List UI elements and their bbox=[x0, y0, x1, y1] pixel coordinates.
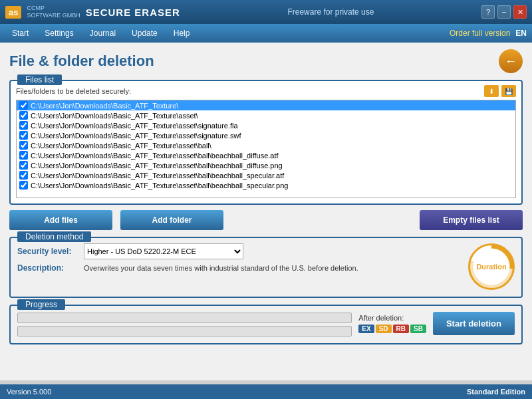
close-button[interactable]: ✕ bbox=[513, 5, 527, 19]
file-path: C:\Users\Jon\Downloads\Basic_ATF_Texture… bbox=[31, 162, 283, 170]
title-bar: as CCMPSOFTWARE GMBH SECURE ERASER Freew… bbox=[0, 0, 532, 24]
files-list[interactable]: C:\Users\Jon\Downloads\Basic_ATF_Texture… bbox=[16, 100, 516, 198]
file-checkbox[interactable] bbox=[19, 121, 28, 130]
menu-update[interactable]: Update bbox=[125, 27, 164, 40]
badge-sb: SB bbox=[410, 325, 426, 333]
file-item[interactable]: C:\Users\Jon\Downloads\Basic_ATF_Texture… bbox=[17, 160, 515, 170]
after-deletion: After deletion: EX SD RB SB bbox=[358, 314, 426, 333]
title-bar-left: as CCMPSOFTWARE GMBH SECURE ERASER bbox=[5, 5, 180, 19]
progress-bar-1 bbox=[17, 313, 352, 323]
order-full-link[interactable]: Order full version bbox=[450, 29, 510, 38]
deletion-section-title: Deletion method bbox=[17, 231, 91, 242]
badge-rb: RB bbox=[393, 325, 409, 333]
window-controls: ? − ✕ bbox=[481, 5, 527, 19]
main-content: File & folder deletion ← Files list File… bbox=[0, 43, 532, 380]
file-checkbox[interactable] bbox=[19, 111, 28, 120]
file-checkbox[interactable] bbox=[19, 161, 28, 170]
file-checkbox[interactable] bbox=[19, 181, 28, 190]
progress-section-title: Progress bbox=[17, 299, 65, 310]
file-item[interactable]: C:\Users\Jon\Downloads\Basic_ATF_Texture… bbox=[17, 120, 515, 130]
language-selector[interactable]: EN bbox=[515, 29, 527, 38]
app-title: SECURE ERASER bbox=[86, 7, 180, 18]
after-deletion-badges: EX SD RB SB bbox=[358, 325, 426, 333]
files-label-icons: ⬇ 💾 bbox=[484, 85, 516, 97]
files-section-title: Files list bbox=[17, 74, 62, 85]
buttons-row: Add files Add folder Empty files list bbox=[9, 210, 523, 230]
badge-sd: SD bbox=[376, 325, 392, 333]
progress-bars bbox=[17, 313, 352, 336]
file-item[interactable]: C:\Users\Jon\Downloads\Basic_ATF_Texture… bbox=[17, 100, 515, 110]
file-checkbox[interactable] bbox=[19, 141, 28, 150]
logo: as bbox=[5, 6, 21, 19]
file-path: C:\Users\Jon\Downloads\Basic_ATF_Texture… bbox=[31, 172, 284, 180]
add-folder-button[interactable]: Add folder bbox=[120, 210, 223, 230]
file-path: C:\Users\Jon\Downloads\Basic_ATF_Texture… bbox=[31, 122, 238, 130]
menu-right: Order full version EN bbox=[450, 29, 527, 38]
help-button[interactable]: ? bbox=[481, 5, 495, 19]
file-checkbox[interactable] bbox=[19, 171, 28, 180]
menu-items: Start Settings Journal Update Help bbox=[5, 27, 196, 40]
menu-settings[interactable]: Settings bbox=[38, 27, 80, 40]
progress-content: After deletion: EX SD RB SB Start deleti… bbox=[17, 310, 515, 336]
menu-journal[interactable]: Journal bbox=[83, 27, 122, 40]
badge-ex: EX bbox=[358, 325, 374, 333]
file-path: C:\Users\Jon\Downloads\Basic_ATF_Texture… bbox=[31, 142, 211, 150]
file-path: C:\Users\Jon\Downloads\Basic_ATF_Texture… bbox=[31, 182, 288, 190]
security-label: Security level: bbox=[17, 247, 84, 256]
deletion-content: Security level: Higher - US DoD 5220.22-… bbox=[17, 243, 515, 290]
version-text: Version 5.000 bbox=[7, 388, 51, 396]
duration-dial: Duration bbox=[468, 243, 515, 290]
freeware-label: Freeware for private use bbox=[287, 7, 374, 17]
file-item[interactable]: C:\Users\Jon\Downloads\Basic_ATF_Texture… bbox=[17, 150, 515, 160]
back-button[interactable]: ← bbox=[499, 49, 523, 73]
security-level-select[interactable]: Higher - US DoD 5220.22-M ECEStandard - … bbox=[84, 243, 243, 259]
download-icon-btn[interactable]: ⬇ bbox=[484, 85, 499, 97]
progress-bar-2 bbox=[17, 326, 352, 336]
menu-start[interactable]: Start bbox=[5, 27, 35, 40]
file-path: C:\Users\Jon\Downloads\Basic_ATF_Texture… bbox=[31, 112, 198, 120]
minimize-button[interactable]: − bbox=[497, 5, 511, 19]
description-row: Description: Overwrites your data seven … bbox=[17, 263, 462, 273]
progress-section: Progress After deletion: EX SD RB SB bbox=[9, 305, 523, 344]
file-item[interactable]: C:\Users\Jon\Downloads\Basic_ATF_Texture… bbox=[17, 170, 515, 180]
after-deletion-label: After deletion: bbox=[358, 314, 404, 322]
menu-bar: Start Settings Journal Update Help Order… bbox=[0, 24, 532, 43]
deletion-form: Security level: Higher - US DoD 5220.22-… bbox=[17, 243, 462, 277]
file-item[interactable]: C:\Users\Jon\Downloads\Basic_ATF_Texture… bbox=[17, 180, 515, 190]
files-label: Files/folders to be deleted securely: ⬇ … bbox=[16, 85, 516, 97]
start-deletion-button[interactable]: Start deletion bbox=[433, 312, 515, 335]
page-title: File & folder deletion bbox=[9, 53, 154, 70]
empty-files-list-button[interactable]: Empty files list bbox=[420, 210, 523, 230]
files-label-text: Files/folders to be deleted securely: bbox=[16, 87, 131, 95]
add-files-button[interactable]: Add files bbox=[9, 210, 112, 230]
file-checkbox[interactable] bbox=[19, 131, 28, 140]
edition-text: Standard Edition bbox=[467, 388, 525, 396]
save-icon-btn[interactable]: 💾 bbox=[501, 85, 516, 97]
file-path: C:\Users\Jon\Downloads\Basic_ATF_Texture… bbox=[31, 152, 279, 160]
file-path: C:\Users\Jon\Downloads\Basic_ATF_Texture… bbox=[31, 102, 178, 110]
page-header: File & folder deletion ← bbox=[9, 49, 523, 73]
description-text: Overwrites your data seven times with in… bbox=[84, 264, 358, 272]
file-path: C:\Users\Jon\Downloads\Basic_ATF_Texture… bbox=[31, 132, 241, 140]
file-checkbox[interactable] bbox=[19, 101, 28, 110]
file-checkbox[interactable] bbox=[19, 151, 28, 160]
file-item[interactable]: C:\Users\Jon\Downloads\Basic_ATF_Texture… bbox=[17, 110, 515, 120]
files-section: Files list Files/folders to be deleted s… bbox=[9, 80, 523, 205]
deletion-section: Deletion method Security level: Higher -… bbox=[9, 237, 523, 298]
file-item[interactable]: C:\Users\Jon\Downloads\Basic_ATF_Texture… bbox=[17, 130, 515, 140]
security-level-row: Security level: Higher - US DoD 5220.22-… bbox=[17, 243, 462, 259]
menu-help[interactable]: Help bbox=[167, 27, 197, 40]
status-bar: Version 5.000 Standard Edition bbox=[0, 384, 532, 399]
description-label: Description: bbox=[17, 263, 84, 273]
company-name: CCMPSOFTWARE GMBH bbox=[27, 5, 80, 19]
file-item[interactable]: C:\Users\Jon\Downloads\Basic_ATF_Texture… bbox=[17, 140, 515, 150]
